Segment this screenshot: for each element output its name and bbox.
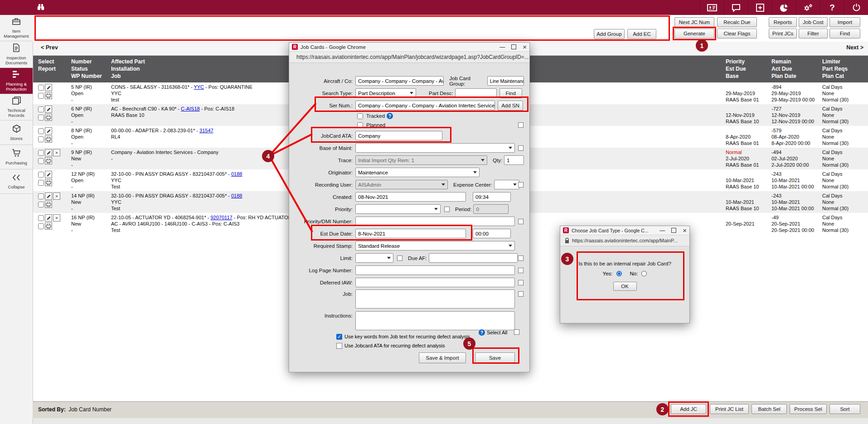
import-button[interactable]: Import — [829, 17, 860, 27]
close-icon[interactable]: × — [683, 228, 687, 233]
created-date-field[interactable]: 08-Nov-2021 — [355, 192, 466, 202]
print-icon[interactable] — [45, 179, 52, 186]
due-af-field[interactable] — [429, 253, 518, 263]
part-link[interactable]: 0188 — [231, 171, 242, 177]
help-icon[interactable]: ? — [820, 0, 844, 15]
no-radio[interactable] — [641, 271, 647, 276]
pie-chart-icon[interactable] — [772, 0, 796, 15]
sidebar-item-inspection-documents[interactable]: InspectionDocuments — [0, 41, 33, 68]
add-window-icon[interactable] — [748, 0, 772, 15]
add-sn-button[interactable]: Add SN — [498, 101, 523, 111]
sort-button[interactable]: Sort — [829, 404, 860, 414]
part-link[interactable]: 31547 — [199, 128, 213, 133]
minimize-icon[interactable]: — — [659, 228, 665, 233]
row-select-checkbox[interactable] — [38, 150, 44, 156]
print-icon[interactable] — [45, 114, 52, 121]
gears-icon[interactable] — [796, 0, 820, 15]
priority-select[interactable] — [355, 204, 441, 214]
process-sel-button[interactable]: Process Sel — [790, 404, 827, 414]
job-card-group-field[interactable]: Line Maintenance — [487, 76, 524, 86]
generate-button[interactable]: Generate — [674, 29, 714, 39]
print-icon[interactable] — [45, 201, 52, 208]
reports-button[interactable]: Reports — [769, 17, 797, 27]
find-button[interactable]: Find — [829, 29, 860, 39]
job-textarea[interactable] — [355, 289, 515, 308]
edit-icon[interactable] — [45, 84, 52, 91]
select-all-checkbox[interactable] — [514, 329, 519, 335]
print-jc-list-button[interactable]: Print JC List — [710, 404, 749, 414]
row-report-checkbox[interactable] — [38, 115, 44, 120]
row-report-checkbox[interactable] — [38, 180, 44, 186]
id-card-icon[interactable] — [700, 0, 724, 15]
sidebar-item-technical-records[interactable]: TechnicalRecords — [0, 94, 33, 120]
row-flag-checkbox[interactable] — [518, 268, 524, 273]
row-select-checkbox[interactable] — [38, 106, 44, 112]
row-flag-checkbox[interactable] — [518, 280, 524, 285]
jobcard-ata-field[interactable]: Company — [355, 131, 442, 140]
delete-icon[interactable]: × — [53, 193, 60, 200]
print-icon[interactable] — [45, 222, 52, 230]
log-page-field[interactable] — [355, 265, 515, 275]
help-badge-icon[interactable]: ? — [479, 329, 485, 336]
edit-icon[interactable] — [45, 193, 52, 200]
ser-num-select[interactable]: Company - Company - Company - Aviation I… — [355, 101, 495, 110]
created-time-field[interactable]: 09:34 — [473, 192, 511, 202]
row-flag-checkbox[interactable] — [518, 182, 524, 188]
print-icon[interactable] — [45, 157, 52, 164]
priority-checkbox[interactable] — [444, 207, 450, 212]
next-jc-num-button[interactable]: Next JC Num — [674, 17, 714, 27]
planned-checkbox[interactable] — [357, 122, 363, 128]
row-flag-checkbox[interactable] — [518, 291, 524, 297]
delete-icon[interactable]: × — [53, 214, 60, 222]
maximize-icon[interactable] — [511, 44, 516, 49]
find-button-popup[interactable]: Find — [499, 88, 522, 98]
est-due-date-field[interactable]: 8-Nov-2021 — [355, 229, 466, 238]
edit-icon[interactable] — [45, 149, 52, 156]
sidebar-item-stores[interactable]: Stores — [0, 120, 33, 145]
period-field[interactable]: 0 — [473, 204, 509, 214]
sidebar-item-purchasing[interactable]: Purchasing — [0, 145, 33, 169]
row-select-checkbox[interactable] — [38, 215, 44, 221]
row-report-checkbox[interactable] — [38, 136, 44, 142]
base-of-maint-select[interactable] — [355, 143, 515, 153]
save-import-button[interactable]: Save & Import — [419, 352, 466, 363]
minimize-icon[interactable]: — — [499, 45, 505, 49]
row-select-checkbox[interactable] — [38, 193, 44, 199]
edit-icon[interactable] — [45, 214, 52, 222]
row-select-checkbox[interactable] — [38, 172, 44, 178]
originator-select[interactable]: Maintenance — [355, 168, 480, 177]
batch-sel-button[interactable]: Batch Sel — [752, 404, 787, 414]
part-link[interactable]: C-AIS18 — [181, 106, 200, 111]
recording-user-select[interactable]: AISAdmin — [355, 180, 448, 189]
choose-window-titlebar[interactable]: R Choose Job Card Type - Google C... — × — [560, 226, 689, 235]
clear-flags-button[interactable]: Clear Flags — [717, 29, 757, 39]
aircraft-co-field[interactable]: Company - Company - Company - Aviation — [355, 76, 444, 86]
required-stamp-select[interactable]: Standard Release — [355, 241, 515, 251]
job-cost-button[interactable]: Job Cost — [799, 17, 828, 27]
priority-dmi-field[interactable] — [355, 217, 515, 226]
row-flag-checkbox[interactable] — [518, 255, 524, 261]
ata-analysis-checkbox[interactable] — [336, 343, 342, 349]
limit-select[interactable] — [355, 253, 393, 263]
trace-select[interactable]: Initial Import Qty Rem: 1 — [355, 155, 487, 165]
binoculars-icon[interactable] — [35, 2, 46, 13]
print-icon[interactable] — [45, 135, 52, 143]
edit-icon[interactable] — [45, 171, 52, 178]
instructions-textarea[interactable] — [355, 311, 515, 330]
part-desc-field[interactable] — [455, 88, 497, 98]
add-ec-button[interactable]: Add EC — [627, 29, 656, 39]
close-icon[interactable]: × — [523, 45, 527, 49]
prev-button[interactable]: < Prev — [41, 44, 58, 51]
filter-button[interactable]: Filter — [799, 29, 828, 39]
expense-center-select[interactable] — [494, 180, 519, 189]
row-select-checkbox[interactable] — [38, 128, 44, 134]
add-group-button[interactable]: Add Group — [594, 29, 625, 39]
help-badge-icon[interactable]: ? — [387, 113, 393, 119]
tracked-checkbox[interactable] — [357, 113, 363, 119]
print-icon[interactable] — [45, 92, 52, 99]
edit-icon[interactable] — [45, 127, 52, 135]
power-icon[interactable] — [844, 0, 868, 15]
ok-button[interactable]: OK — [613, 282, 637, 291]
row-flag-checkbox[interactable] — [518, 145, 524, 151]
limit-checkbox[interactable] — [397, 255, 402, 261]
